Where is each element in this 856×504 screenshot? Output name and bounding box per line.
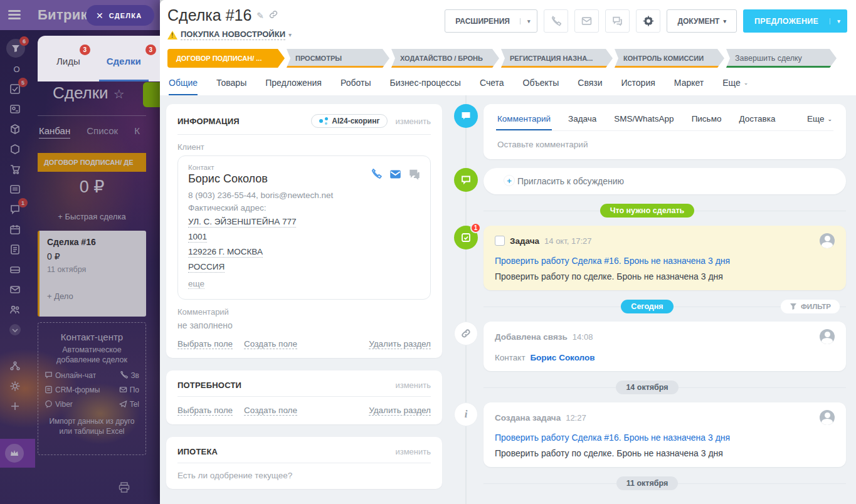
tab-more-caret-icon: ⌄ — [744, 80, 749, 86]
pipeline-name[interactable]: ПОКУПКА НОВОСТРОЙКИ — [181, 29, 285, 40]
composer-more-caret-icon: ⌄ — [827, 116, 832, 122]
tab-more[interactable]: Еще⌄ — [722, 78, 748, 95]
task-created-time: 12:27 — [566, 413, 586, 423]
offer-caret-icon[interactable]: ▾ — [830, 18, 847, 24]
todo-badge-row: Что нужно сделать — [448, 203, 846, 218]
invite-to-discussion[interactable]: + Пригласить к обсуждению — [483, 168, 846, 194]
contact-call-icon[interactable] — [371, 169, 382, 182]
today-badge-row: Сегодня ФИЛЬТР — [448, 299, 846, 314]
address-line[interactable]: РОССИЯ — [188, 262, 225, 273]
contact-name[interactable]: Борис Соколов — [188, 172, 268, 186]
screen: Битрик 6 О 5 — [0, 0, 856, 504]
stage-registration[interactable]: РЕГИСТРАЦИЯ НАЗНА... — [501, 49, 613, 68]
composer-tab-letter[interactable]: Письмо — [690, 110, 723, 130]
comment-value[interactable]: не заполнено — [177, 320, 431, 330]
composer-tab-sms[interactable]: SMS/WhatsApp — [613, 110, 675, 130]
today-badge: Сегодня — [621, 300, 673, 313]
stage-finish-deal[interactable]: Завершить сделку — [726, 49, 837, 68]
deal-info-column: ИНФОРМАЦИЯ AI24-скоринг изменить Клиент — [160, 95, 448, 504]
entity-tabs: Лиды 3 Сделки 3 — [38, 36, 160, 81]
task-title-link[interactable]: Проверить работу Сделка #16. Бронь не на… — [495, 256, 835, 266]
client-label: Клиент — [177, 142, 431, 152]
task-date: 14 окт, 17:27 — [544, 236, 591, 246]
tab-leads[interactable]: Лиды 3 — [49, 56, 88, 81]
tab-objects[interactable]: Объекты — [523, 78, 559, 95]
edit-title-icon[interactable]: ✎ — [256, 11, 264, 21]
task-check-icon: 1 — [454, 226, 478, 249]
delete-section-link[interactable]: Удалить раздел — [369, 339, 431, 349]
comment-input[interactable]: Оставьте комментарий — [496, 131, 833, 150]
comment-bubble-icon — [454, 104, 478, 128]
contact-phone-email[interactable]: 8 (903) 236-55-44, boris@newtech.net — [188, 191, 420, 200]
create-field-link[interactable]: Создать поле — [244, 406, 297, 416]
document-button[interactable]: ДОКУМЕНТ ▾ — [667, 9, 737, 33]
tab-market[interactable]: Маркет — [674, 78, 704, 95]
mortgage-card: ИПОТЕКА изменить Есть ли одобрение текущ… — [166, 437, 442, 489]
task-count-badge: 1 — [470, 223, 481, 233]
composer-tab-more[interactable]: Еще⌄ — [806, 110, 833, 130]
avatar[interactable] — [820, 329, 835, 344]
composer-tab-comment[interactable]: Комментарий — [496, 110, 552, 130]
contact-email-icon[interactable] — [389, 169, 401, 182]
task-created-entry[interactable]: Создана задача 12:27 Проверить работу Сд… — [483, 402, 846, 467]
stage-petition-booking[interactable]: ХОДАТАЙСТВО / БРОНЬ — [391, 49, 499, 68]
composer-tab-delivery[interactable]: Доставка — [737, 110, 776, 130]
stage-contract-signed[interactable]: ДОГОВОР ПОДПИСАН/ ... — [167, 49, 285, 68]
timeline-composer[interactable]: Комментарий Задача SMS/WhatsApp Письмо Д… — [483, 104, 846, 159]
tab-links[interactable]: Связи — [578, 78, 602, 95]
create-field-link[interactable]: Создать поле — [244, 339, 297, 349]
avatar[interactable] — [820, 233, 835, 248]
delete-section-link[interactable]: Удалить раздел — [369, 406, 431, 416]
ai-scoring-icon — [319, 117, 328, 125]
pipeline-caret-icon[interactable]: ▾ — [288, 31, 292, 38]
filter-button[interactable]: ФИЛЬТР — [781, 300, 840, 313]
extensions-caret-icon[interactable]: ▾ — [520, 18, 537, 24]
tab-invoices[interactable]: Счета — [480, 78, 504, 95]
contact-chat-icon[interactable] — [409, 169, 420, 182]
contact-type-label: Контакт — [188, 164, 268, 171]
task-checkbox[interactable] — [495, 236, 505, 246]
needs-edit-link[interactable]: изменить — [395, 381, 431, 390]
mortgage-edit-link[interactable]: изменить — [395, 447, 431, 456]
close-icon[interactable]: ✕ — [96, 11, 103, 21]
stage-bar: ДОГОВОР ПОДПИСАН/ ... ПРОСМОТРЫ ХОДАТАЙС… — [167, 49, 847, 68]
stage-commission-control[interactable]: КОНТРОЛЬ КОМИССИИ — [615, 49, 724, 68]
copy-link-icon[interactable] — [269, 10, 278, 21]
slider-close-pill[interactable]: ✕ СДЕЛКА — [86, 5, 154, 26]
comment-label: Комментарий — [177, 307, 431, 317]
tab-products[interactable]: Товары — [216, 78, 246, 95]
email-button[interactable] — [574, 9, 599, 33]
select-field-link[interactable]: Выбрать поле — [177, 406, 233, 416]
ai-scoring-button[interactable]: AI24-скоринг — [311, 114, 388, 128]
tab-bizproc[interactable]: Бизнес-процессы — [389, 78, 460, 95]
address-line[interactable]: УЛ. С. ЭЙЗЕНШТЕЙНА 777 — [188, 217, 296, 228]
extensions-button[interactable]: РАСШИРЕНИЯ ▾ — [445, 9, 537, 33]
deals-badge: 3 — [145, 45, 156, 55]
link-contact-name[interactable]: Борис Соколов — [530, 353, 594, 362]
offer-button[interactable]: ПРЕДЛОЖЕНИЕ ▾ — [743, 9, 847, 33]
chat-button[interactable] — [605, 9, 630, 33]
composer-tab-task[interactable]: Задача — [567, 110, 598, 130]
document-caret-icon: ▾ — [723, 18, 726, 24]
address-line[interactable]: 129226 Г. МОСКВА — [188, 247, 263, 258]
task-entry[interactable]: Задача 14 окт, 17:27 Проверить работу Сд… — [483, 226, 846, 290]
information-edit-link[interactable]: изменить — [395, 117, 431, 126]
task-created-title-link[interactable]: Проверить работу Сделка #16. Бронь не на… — [495, 433, 835, 443]
select-field-link[interactable]: Выбрать поле — [177, 339, 233, 349]
link-added-entry[interactable]: Добавлена связь 14:08 Контакт Борис Соко… — [483, 322, 846, 371]
stage-viewings[interactable]: ПРОСМОТРЫ — [287, 49, 389, 68]
call-button[interactable] — [544, 9, 568, 33]
tab-general[interactable]: Общие — [169, 78, 198, 95]
date-badge-14: 14 октября — [616, 381, 678, 394]
tab-deals[interactable]: Сделки 3 — [99, 56, 149, 81]
contact-card[interactable]: Контакт Борис Соколов — [177, 155, 431, 300]
address-line[interactable]: 1001 — [188, 232, 207, 243]
contact-more-link[interactable]: еще — [188, 279, 204, 289]
avatar[interactable] — [820, 410, 835, 425]
tab-quotes[interactable]: Предложения — [265, 78, 322, 95]
gear-icon[interactable] — [636, 9, 660, 33]
tab-robots[interactable]: Роботы — [341, 78, 371, 95]
tab-history[interactable]: История — [621, 78, 655, 95]
needs-card: ПОТРЕБНОСТИ изменить Выбрать поле Создат… — [166, 370, 442, 424]
mortgage-title: ИПОТЕКА — [177, 447, 218, 456]
